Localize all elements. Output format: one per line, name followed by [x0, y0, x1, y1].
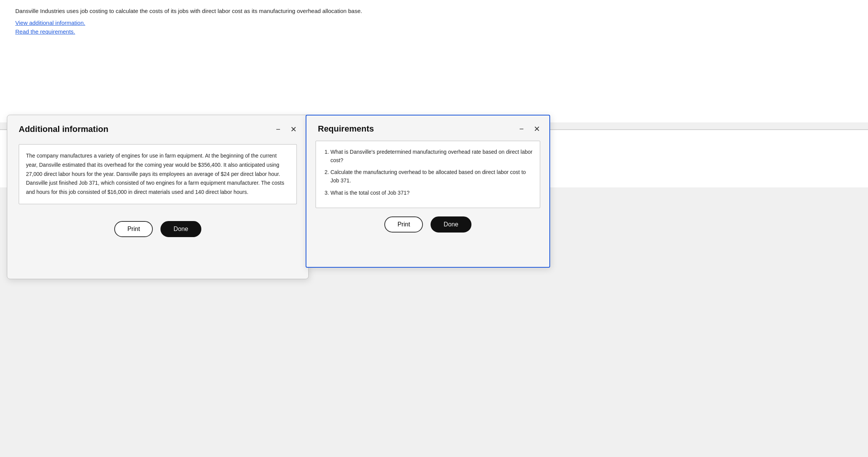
modal-additional-text-box: The company manufactures a variety of en… [19, 144, 297, 204]
modal-additional-header: Additional information − ✕ [7, 115, 308, 137]
modal-requirements-controls: − ✕ [517, 124, 542, 133]
modal-requirements-footer: Print Done [306, 208, 549, 242]
modal-additional-minimize-button[interactable]: − [274, 125, 283, 134]
modal-requirements-header: Requirements − ✕ [306, 115, 549, 137]
modal-requirements: Requirements − ✕ What is Dansville's pre… [306, 115, 550, 268]
requirement-item: What is Dansville's predetermined manufa… [330, 148, 533, 164]
modal-additional: Additional information − ✕ The company m… [7, 115, 309, 279]
modal-additional-title: Additional information [19, 124, 108, 134]
requirement-item: What is the total cost of Job 371? [330, 189, 533, 197]
modal-additional-controls: − ✕ [274, 125, 299, 134]
view-additional-link[interactable]: View additional information. [15, 20, 853, 26]
requirements-list: What is Dansville's predetermined manufa… [323, 148, 533, 197]
modal-additional-footer: Print Done [7, 212, 308, 248]
modal-requirements-close-button[interactable]: ✕ [531, 124, 542, 133]
modal-requirements-done-button[interactable]: Done [431, 216, 471, 233]
modal-additional-close-button[interactable]: ✕ [288, 125, 299, 134]
modal-requirements-title: Requirements [318, 124, 374, 134]
modal-additional-print-button[interactable]: Print [114, 221, 153, 237]
modal-additional-body-text: The company manufactures a variety of en… [26, 153, 284, 195]
requirement-item: Calculate the manufacturing overhead to … [330, 168, 533, 185]
main-content: Dansville Industries uses job costing to… [0, 0, 868, 122]
modal-additional-body: The company manufactures a variety of en… [7, 137, 308, 212]
modal-requirements-minimize-button[interactable]: − [517, 124, 526, 133]
modal-additional-done-button[interactable]: Done [160, 221, 201, 237]
read-requirements-link[interactable]: Read the requirements. [15, 28, 853, 35]
modal-requirements-list-box: What is Dansville's predetermined manufa… [316, 141, 540, 208]
intro-text: Dansville Industries uses job costing to… [15, 7, 853, 16]
modal-requirements-print-button[interactable]: Print [384, 216, 423, 233]
